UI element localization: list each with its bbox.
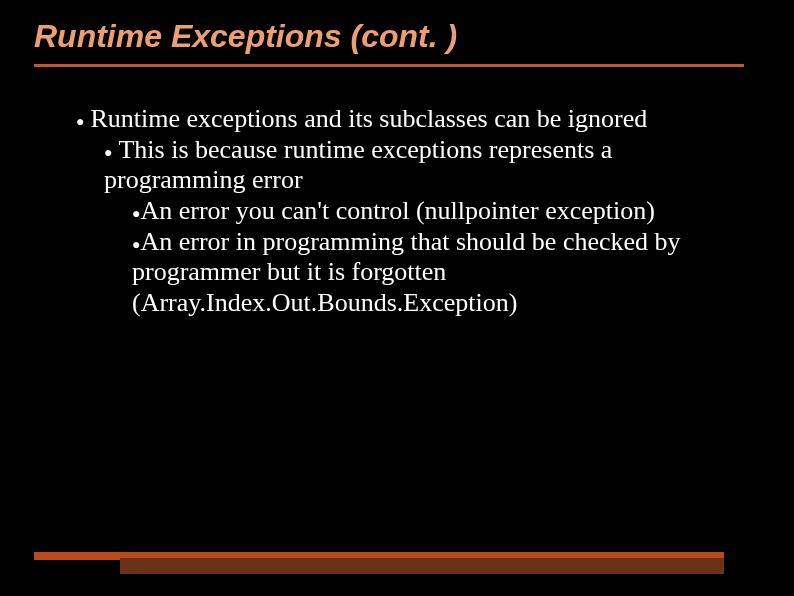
bullet-icon: ● (76, 114, 84, 131)
bullet-level-1: ●Runtime exceptions and its subclasses c… (76, 104, 756, 135)
bullet-icon: ● (104, 145, 112, 162)
bullet-text: This is because runtime exceptions repre… (104, 135, 612, 195)
footer-decoration (0, 534, 794, 574)
slide-title: Runtime Exceptions (cont. ) (0, 0, 794, 55)
bullet-text: An error in programming that should be c… (132, 227, 681, 317)
slide-content: ●Runtime exceptions and its subclasses c… (76, 104, 756, 319)
bullet-text: Runtime exceptions and its subclasses ca… (90, 104, 647, 133)
bullet-text: An error you can't control (nullpointer … (140, 196, 654, 225)
bullet-level-3: ●An error you can't control (nullpointer… (132, 196, 756, 227)
slide: Runtime Exceptions (cont. ) ●Runtime exc… (0, 0, 794, 596)
bullet-level-3: ●An error in programming that should be … (132, 227, 756, 319)
footer-bar-bottom (120, 558, 724, 574)
bullet-level-2: ●This is because runtime exceptions repr… (104, 135, 756, 196)
title-underline (34, 64, 744, 67)
